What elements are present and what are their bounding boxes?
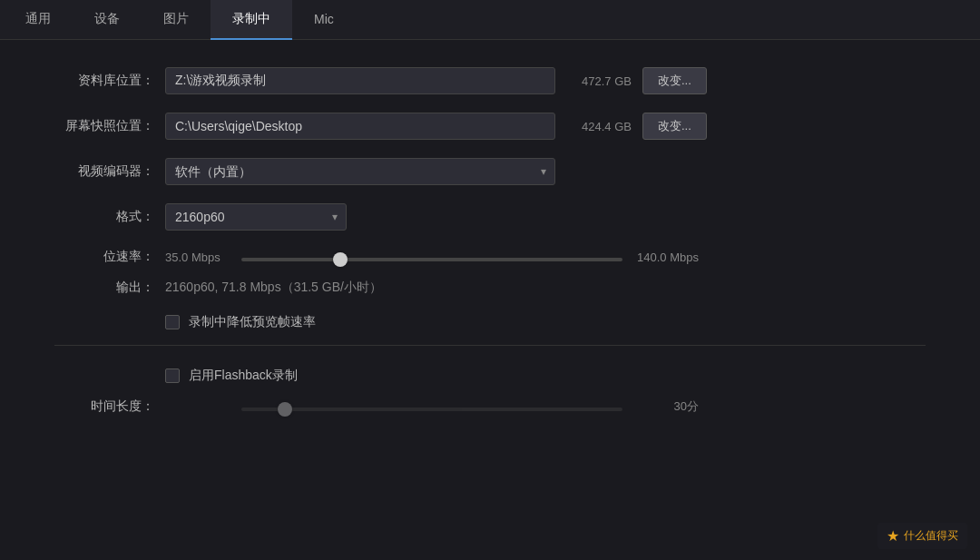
settings-panel: 资料库位置： 472.7 GB 改变... 屏幕快照位置： 424.4 GB 改… [0,40,980,447]
output-label: 输出： [54,280,154,296]
format-label: 格式： [54,209,154,225]
bitrate-min-label: 35.0 Mbps [165,251,238,264]
watermark-text: 什么值得买 [904,528,958,544]
section-divider [54,345,926,346]
screenshot-size: 424.4 GB [568,120,632,133]
bitrate-label: 位速率： [54,249,154,265]
flashback-checkbox[interactable] [165,368,180,383]
screenshot-row: 屏幕快照位置： 424.4 GB 改变... [54,113,926,140]
preview-framerate-checkbox[interactable] [165,315,180,329]
tab-device[interactable]: 设备 [73,0,142,40]
duration-slider-container [241,399,622,414]
codec-dropdown-wrap: 软件（内置） 硬件（H.264） 硬件（HEVC） ▾ [165,158,555,185]
output-row: 输出： 2160p60, 71.8 Mbps（31.5 GB/小时） [54,280,926,296]
tab-mic[interactable]: Mic [292,0,356,40]
bitrate-slider-container [241,250,622,264]
screenshot-input[interactable] [165,113,555,140]
tab-bar: 通用 设备 图片 录制中 Mic [0,0,980,40]
tab-recording[interactable]: 录制中 [211,0,292,40]
library-input[interactable] [165,67,555,94]
flashback-label: 启用Flashback录制 [189,368,298,384]
bitrate-max-label: 140.0 Mbps [626,251,699,264]
codec-row: 视频编码器： 软件（内置） 硬件（H.264） 硬件（HEVC） ▾ [54,158,926,185]
screenshot-label: 屏幕快照位置： [54,118,154,134]
preview-framerate-row: 录制中降低预览帧速率 [165,314,926,330]
flashback-row: 启用Flashback录制 [165,368,926,384]
duration-label: 时间长度： [54,398,154,415]
flashback-section: 启用Flashback录制 时间长度： 30分 [54,368,926,415]
tab-image[interactable]: 图片 [142,0,211,40]
watermark-icon: ★ [887,527,899,545]
library-size: 472.7 GB [568,74,632,88]
format-row: 格式： 2160p60 2160p30 1440p60 1080p60 1080… [54,203,926,231]
library-row: 资料库位置： 472.7 GB 改变... [54,67,926,94]
watermark: ★ 什么值得买 [877,523,967,549]
bitrate-slider[interactable] [241,258,622,261]
tab-general[interactable]: 通用 [4,0,73,40]
library-label: 资料库位置： [54,73,154,89]
bitrate-row: 位速率： 35.0 Mbps 140.0 Mbps [54,249,926,265]
duration-row: 时间长度： 30分 [54,398,926,415]
format-select[interactable]: 2160p60 2160p30 1440p60 1080p60 1080p30 … [165,203,347,231]
screenshot-change-button[interactable]: 改变... [642,113,707,140]
codec-label: 视频编码器： [54,163,154,180]
library-change-button[interactable]: 改变... [642,67,707,94]
output-value: 2160p60, 71.8 Mbps（31.5 GB/小时） [165,280,382,296]
codec-select[interactable]: 软件（内置） 硬件（H.264） 硬件（HEVC） [165,158,555,185]
format-dropdown-wrap: 2160p60 2160p30 1440p60 1080p60 1080p30 … [165,203,347,231]
preview-framerate-label: 录制中降低预览帧速率 [189,314,316,330]
duration-max-label: 30分 [626,398,699,415]
duration-slider[interactable] [241,408,622,411]
